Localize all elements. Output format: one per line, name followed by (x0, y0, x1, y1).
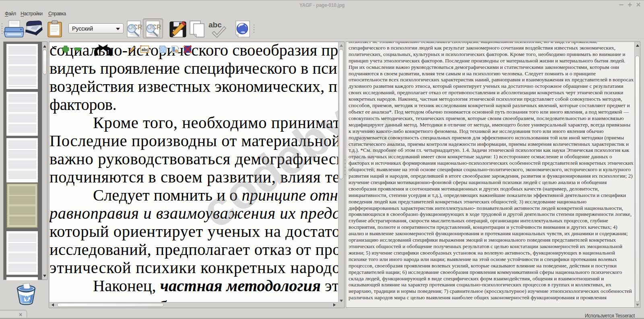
svg-text:abc: abc (142, 48, 149, 52)
svg-text:abc: abc (208, 21, 222, 29)
